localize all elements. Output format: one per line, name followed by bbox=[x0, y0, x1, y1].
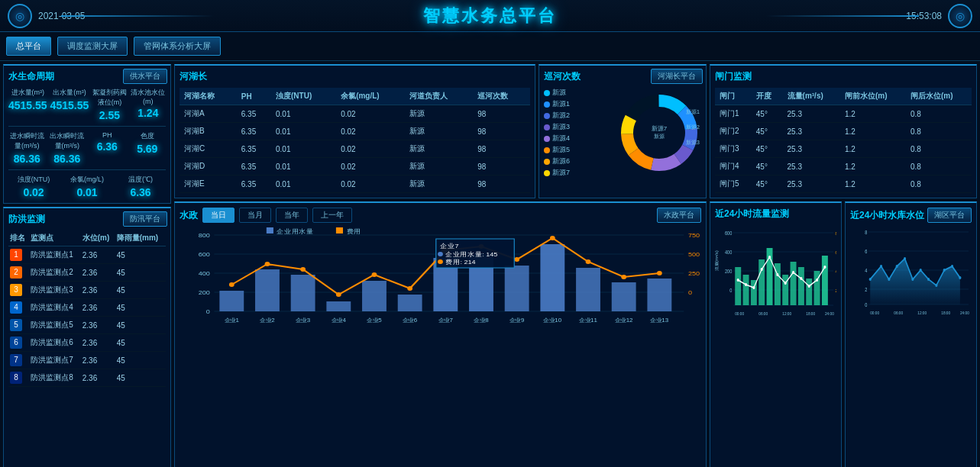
svg-text:新源3: 新源3 bbox=[686, 140, 700, 145]
svg-text:60: 60 bbox=[835, 250, 836, 255]
wp-chart: 800 600 400 200 0 750 500 250 0 bbox=[180, 227, 701, 327]
svg-text:企业9: 企业9 bbox=[509, 317, 524, 323]
river-name: 河湖A bbox=[180, 105, 237, 123]
svg-rect-29 bbox=[255, 269, 280, 311]
wp-tab-month[interactable]: 当月 bbox=[239, 208, 271, 223]
svg-text:00:00: 00:00 bbox=[735, 311, 744, 316]
svg-text:0: 0 bbox=[865, 301, 868, 308]
svg-text:18:00: 18:00 bbox=[806, 311, 815, 316]
river-patrol: 98 bbox=[473, 140, 530, 158]
gate-after: 0.8 bbox=[906, 176, 972, 193]
wp-tab-year[interactable]: 当年 bbox=[276, 208, 308, 223]
svg-text:新源: 新源 bbox=[654, 134, 665, 139]
wp-platform-btn[interactable]: 水政平台 bbox=[657, 208, 701, 223]
svg-rect-40 bbox=[647, 279, 671, 311]
river-table-row: 河湖B 6.35 0.01 0.02 新源 98 bbox=[180, 123, 530, 140]
svg-rect-30 bbox=[291, 275, 315, 311]
legend-label: 新源7 bbox=[552, 168, 570, 178]
svg-text:0: 0 bbox=[729, 287, 733, 293]
wp-tab-day[interactable]: 当日 bbox=[202, 208, 234, 223]
reservoir-platform-btn[interactable]: 湖区平台 bbox=[927, 208, 972, 223]
flood-rank: 5 bbox=[8, 317, 29, 334]
flood-rain: 45 bbox=[115, 299, 166, 317]
center-column: 河湖长 河湖名称 PH 浊度(NTU) 余氯(mg/L) 河道负责人 巡河次数 … bbox=[174, 64, 707, 467]
flood-rain: 45 bbox=[115, 282, 166, 299]
patrol-legend-item: 新源 bbox=[544, 88, 570, 98]
svg-point-44 bbox=[336, 292, 341, 297]
gate-after: 0.8 bbox=[906, 158, 972, 176]
divider2 bbox=[8, 169, 166, 170]
svg-point-131 bbox=[869, 278, 872, 281]
svg-rect-101 bbox=[822, 256, 828, 305]
svg-text:企业5: 企业5 bbox=[367, 317, 381, 323]
flood-level: 2.36 bbox=[81, 246, 115, 264]
svg-point-135 bbox=[904, 257, 906, 260]
gate-table-row: 闸门5 45° 25.3 1.2 0.8 bbox=[715, 176, 972, 193]
svg-point-111 bbox=[808, 285, 810, 288]
svg-text:200: 200 bbox=[725, 268, 733, 274]
flood-point: 防洪监测点6 bbox=[29, 334, 81, 352]
svg-point-106 bbox=[768, 256, 771, 259]
legend-label: 新源3 bbox=[552, 122, 570, 132]
logo-icon-right: ◎ bbox=[948, 4, 972, 28]
flood-rain: 45 bbox=[115, 264, 166, 282]
gate-before: 1.2 bbox=[840, 123, 906, 140]
flood-table-row: 3 防洪监测点3 2.36 45 bbox=[8, 282, 166, 299]
flood-rank: 3 bbox=[8, 282, 29, 299]
svg-text:200: 200 bbox=[199, 289, 210, 296]
flood-rank: 2 bbox=[8, 264, 29, 282]
flood-point: 防洪监测点8 bbox=[29, 369, 81, 387]
patrol-legend: 新源新源1新源2新源3新源4新源5新源6新源7 bbox=[544, 88, 570, 178]
svg-point-45 bbox=[372, 272, 377, 277]
legend-dot bbox=[544, 124, 550, 130]
legend-label: 新源2 bbox=[552, 111, 570, 121]
river-th-manager: 河道负责人 bbox=[405, 88, 473, 105]
svg-text:企业6: 企业6 bbox=[403, 317, 417, 323]
svg-point-141 bbox=[951, 265, 953, 268]
gate-title: 闸门监测 bbox=[715, 70, 972, 83]
svg-point-113 bbox=[823, 266, 826, 269]
water-life-platform-btn[interactable]: 供水平台 bbox=[123, 69, 167, 84]
gate-flow: 25.3 bbox=[783, 176, 840, 193]
water-row3: 浊度(NTU) 0.02 余氯(mg/L) 0.01 温度(℃) 6.36 bbox=[8, 175, 166, 198]
nav-btn-total[interactable]: 总平台 bbox=[6, 37, 51, 56]
svg-point-136 bbox=[911, 278, 914, 281]
river-title: 河湖长 bbox=[180, 70, 530, 83]
svg-text:06:00: 06:00 bbox=[758, 311, 768, 316]
water-item-inflow-rate: 进水瞬时流量(m³/s) 86.36 bbox=[8, 131, 46, 165]
svg-rect-31 bbox=[326, 301, 351, 311]
gate-th-flow: 流量(m³/s) bbox=[783, 88, 840, 105]
legend-dot bbox=[544, 159, 550, 165]
patrol-legend-item: 新源3 bbox=[544, 122, 570, 132]
flood-table-row: 7 防洪监测点7 2.36 45 bbox=[8, 352, 166, 369]
flood-level: 2.36 bbox=[81, 352, 115, 369]
wp-tab-lastyear[interactable]: 上一年 bbox=[312, 208, 352, 223]
gate-th-before: 闸前水位(m) bbox=[840, 88, 906, 105]
gate-table-row: 闸门1 45° 25.3 1.2 0.8 bbox=[715, 105, 972, 123]
river-manager: 新源 bbox=[405, 176, 473, 193]
flood-table-row: 5 防洪监测点5 2.36 45 bbox=[8, 317, 166, 334]
svg-point-73 bbox=[438, 252, 443, 256]
svg-text:费用: 214: 费用: 214 bbox=[445, 259, 476, 266]
nav-btn-dispatch[interactable]: 调度监测大屏 bbox=[57, 37, 128, 56]
header-deco-left bbox=[61, 15, 214, 17]
flood-panel: 防洪监测 防汛平台 排名 监测点 水位(m) 降雨量(mm) 1 防洪监测点1 … bbox=[3, 207, 171, 467]
flood-rain: 45 bbox=[115, 246, 166, 264]
nav-btn-pipe[interactable]: 管网体系分析大屏 bbox=[134, 37, 221, 56]
patrol-platform-btn[interactable]: 河湖长平台 bbox=[651, 69, 703, 84]
river-th-ph: PH bbox=[237, 88, 271, 105]
flood-platform-btn[interactable]: 防汛平台 bbox=[123, 211, 167, 227]
gate-opening: 45° bbox=[752, 158, 783, 176]
svg-text:12:00: 12:00 bbox=[782, 311, 791, 316]
svg-text:企业10: 企业10 bbox=[543, 317, 561, 323]
gate-before: 1.2 bbox=[840, 105, 906, 123]
patrol-legend-item: 新源2 bbox=[544, 111, 570, 121]
river-name: 河湖D bbox=[180, 158, 237, 176]
svg-point-46 bbox=[407, 286, 412, 291]
svg-rect-91 bbox=[743, 275, 749, 305]
gate-table-row: 闸门2 45° 25.3 1.2 0.8 bbox=[715, 123, 972, 140]
svg-text:500: 500 bbox=[688, 251, 700, 258]
patrol-donut-chart: 新源7 新源 新源1 新源2 新源3 bbox=[617, 91, 701, 175]
right-column: 闸门监测 闸门 开度 流量(m³/s) 闸前水位(m) 闸后水位(m) 闸门1 … bbox=[710, 64, 977, 467]
river-chlorine: 0.02 bbox=[336, 176, 405, 193]
